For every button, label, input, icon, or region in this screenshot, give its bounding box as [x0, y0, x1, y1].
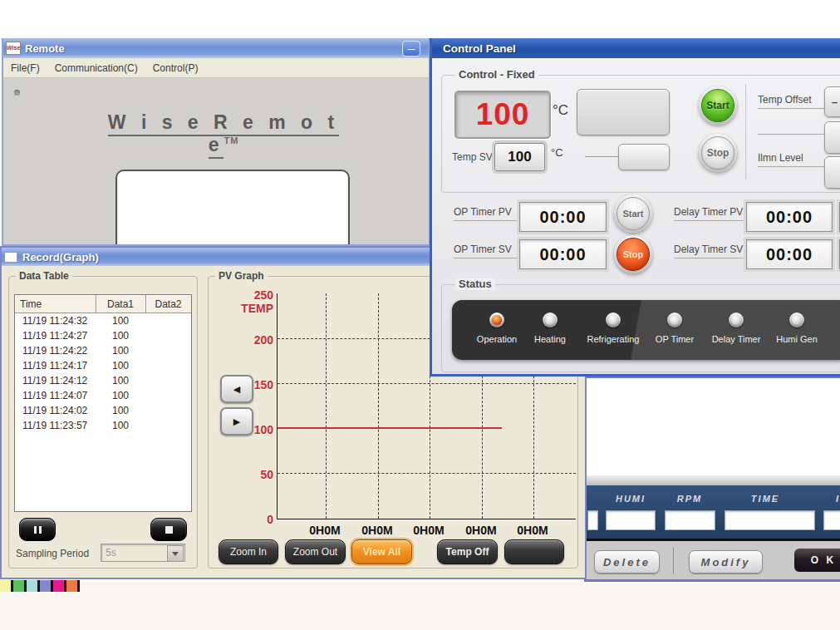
scroll-right-button[interactable]: ▶ — [220, 407, 253, 436]
pause-record-button[interactable] — [19, 518, 56, 541]
zoom-in-button[interactable]: Zoom In — [219, 539, 278, 564]
table-row[interactable]: 11/19 11:24:22100 — [15, 343, 191, 358]
pause-icon — [39, 526, 42, 534]
y-tick-200: 200 — [232, 334, 273, 346]
delay-timer-sv-label: Delay Timer SV — [674, 244, 745, 258]
x-tick-1: 0H0M — [304, 524, 346, 536]
x-tick-5: 0H0M — [512, 524, 553, 536]
gridline-v-1 — [326, 293, 327, 519]
wise-logo-icon: Wise — [6, 42, 21, 55]
data-table: Time Data1 Data2 11/19 11:24:32100 11/19… — [14, 294, 192, 512]
ok-button[interactable]: O K — [794, 549, 840, 572]
status-led-panel: Operation Heating Refrigerating OP Timer… — [452, 300, 840, 360]
view-all-button[interactable]: View All — [351, 539, 412, 564]
remote-titlebar[interactable]: Wise Remote — — [3, 38, 429, 58]
status-dot — [14, 90, 20, 96]
x-tick-2: 0H0M — [356, 524, 398, 536]
data-table-legend: Data Table — [16, 270, 72, 282]
x-tick-3: 0H0M — [408, 524, 449, 536]
taskbar-swatch[interactable] — [66, 580, 80, 592]
control-panel-titlebar[interactable]: Control Panel — [432, 38, 840, 58]
timer-stop-button[interactable]: Stop — [614, 235, 652, 273]
taskbar-swatch[interactable] — [0, 580, 13, 592]
schedule-header-panel: HUMI RPM TIME IL — [587, 485, 840, 541]
menu-control[interactable]: Control(P) — [145, 61, 206, 76]
control-panel-window: Control Panel Control - Fixed 100 °C Tem… — [430, 38, 840, 377]
temp-offset-label: Temp Offset — [758, 94, 826, 109]
temp-offset-button[interactable]: – — [824, 86, 840, 117]
control-panel-title: Control Panel — [443, 42, 516, 55]
table-row[interactable]: 11/19 11:24:32100 — [15, 313, 191, 329]
control-stop-button[interactable]: Stop — [699, 134, 737, 172]
zoom-out-button[interactable]: Zoom Out — [285, 539, 346, 564]
table-row[interactable]: 11/19 11:24:27100 — [15, 328, 191, 343]
modify-button[interactable]: Modify — [689, 550, 763, 573]
column-header-data2[interactable]: Data2 — [145, 295, 191, 313]
y-tick-50: 50 — [232, 469, 273, 480]
dropdown-button[interactable] — [167, 545, 184, 562]
timer-start-button[interactable]: Start — [614, 194, 652, 233]
remote-window: Wise Remote — File(F) Communication(C) C… — [2, 38, 430, 246]
delete-button[interactable]: Delete — [594, 550, 660, 573]
table-row[interactable]: 11/19 11:24:07100 — [15, 388, 191, 403]
op-timer-sv-label: OP Timer SV — [454, 244, 518, 258]
temp-pv-unit: °C — [553, 102, 568, 119]
temp-sv-unit: °C — [551, 146, 563, 159]
stop-icon — [165, 526, 173, 534]
chevron-down-icon — [172, 552, 179, 556]
column-header-time[interactable]: Time — [15, 295, 96, 313]
temp-pv-display: 100 — [454, 91, 551, 139]
table-row[interactable]: 11/19 11:24:12100 — [15, 373, 191, 388]
desktop: Wise Remote — File(F) Communication(C) C… — [0, 0, 840, 630]
offset-mid-button[interactable] — [824, 121, 840, 154]
column-header-data1[interactable]: Data1 — [96, 295, 145, 313]
time-input[interactable] — [725, 510, 815, 530]
ilmn-level-button[interactable] — [824, 156, 840, 189]
table-row[interactable]: 11/19 11:23:57100 — [15, 418, 191, 433]
temp-sv-field[interactable]: 100 — [494, 143, 545, 171]
control-fixed-legend: Control - Fixed — [455, 69, 538, 81]
scroll-left-button[interactable]: ◀ — [220, 375, 253, 403]
gridline-h-150 — [278, 383, 576, 384]
ilmn-level-label: Ilmn Level — [758, 152, 826, 167]
taskbar-swatch[interactable] — [13, 580, 27, 592]
sv-set-button[interactable] — [618, 144, 670, 170]
led-op-timer — [667, 313, 682, 327]
wise-remote-logo: W i s e R e m o t eTM — [95, 111, 352, 156]
op-timer-sv-box[interactable]: 00:00 — [519, 239, 607, 269]
menu-file[interactable]: File(F) — [3, 61, 47, 76]
taskbar-swatch[interactable] — [27, 580, 40, 592]
stop-record-button[interactable] — [150, 518, 187, 541]
taskbar-swatches — [0, 580, 80, 592]
taskbar-swatch[interactable] — [53, 580, 66, 592]
edge-input[interactable] — [587, 510, 598, 530]
control-start-button[interactable]: Start — [699, 86, 737, 125]
pause-icon — [34, 526, 37, 534]
humi-input[interactable] — [606, 510, 656, 530]
column-label-time: TIME — [728, 494, 803, 504]
x-tick-4: 0H0M — [460, 524, 502, 536]
group-divider — [745, 84, 746, 180]
sampling-period-select[interactable]: 5s — [101, 544, 185, 562]
delay-timer-sv-box[interactable]: 00:00 — [746, 239, 833, 269]
minimize-button[interactable]: — — [402, 41, 420, 57]
secondary-display — [577, 89, 670, 135]
menu-communication[interactable]: Communication(C) — [47, 61, 145, 76]
ilmn-input[interactable] — [823, 510, 840, 530]
desktop-bottom-area — [0, 582, 840, 630]
op-timer-pv-label: OP Timer PV — [454, 206, 518, 221]
rpm-input[interactable] — [665, 510, 715, 530]
table-row[interactable]: 11/19 11:24:02100 — [15, 403, 191, 418]
temp-off-button[interactable]: Temp Off — [437, 539, 498, 564]
button-divider — [673, 548, 674, 574]
status-group: Status Operation Heating Refrigerating O… — [441, 284, 840, 372]
delay-timer-pv-box: 00:00 — [746, 202, 833, 232]
y-axis-label: TEMP — [232, 303, 273, 314]
record-window-title: Record(Graph) — [22, 251, 99, 263]
table-row[interactable]: 11/19 11:24:17100 — [15, 358, 191, 373]
taskbar-swatch[interactable] — [40, 580, 53, 592]
data-table-group: Data Table Time Data1 Data2 11/19 11:24:… — [8, 276, 198, 568]
remote-menubar: File(F) Communication(C) Control(P) — [3, 58, 430, 78]
blank-button[interactable] — [504, 539, 564, 564]
control-fixed-group: Control - Fixed 100 °C Temp SV 100 °C St… — [441, 75, 840, 193]
